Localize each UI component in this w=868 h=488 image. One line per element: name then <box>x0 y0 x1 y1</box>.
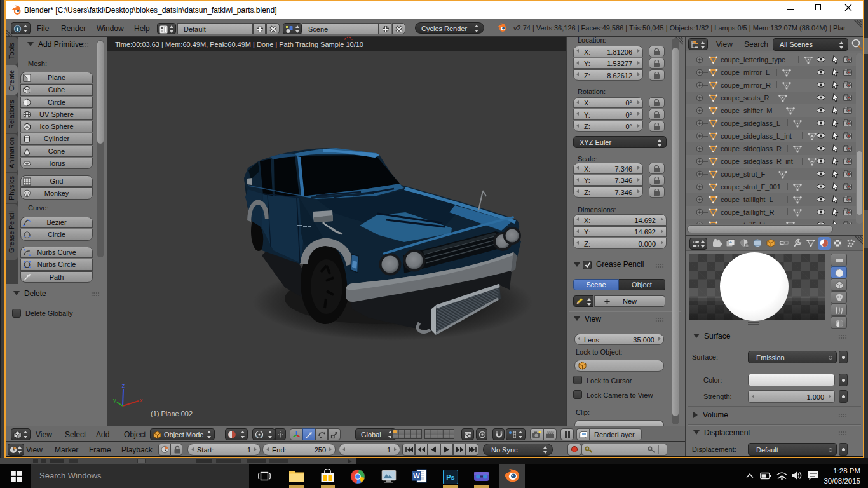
svg-text:Ps: Ps <box>446 473 454 481</box>
svg-text:y: y <box>113 397 116 403</box>
svg-text:z: z <box>122 383 125 389</box>
svg-text:i: i <box>17 25 18 32</box>
svg-text:x: x <box>140 397 143 403</box>
svg-text:W: W <box>413 472 420 480</box>
